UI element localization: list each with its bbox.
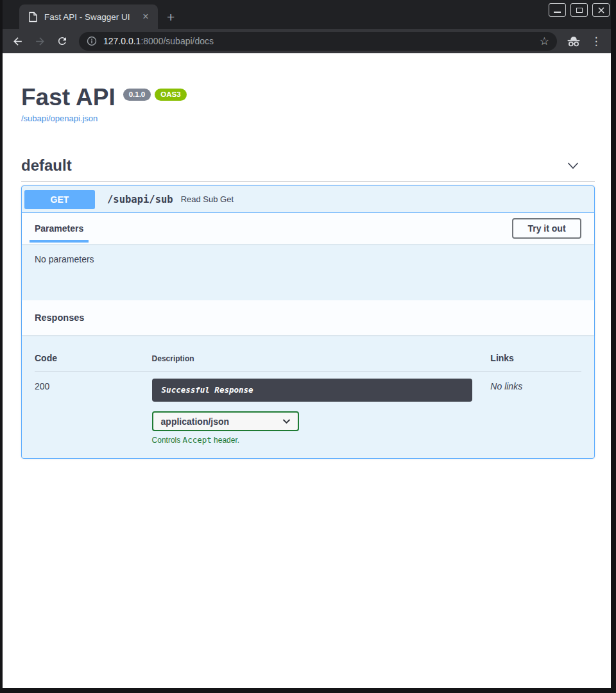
swagger-ui: Fast API 0.1.0 OAS3 /subapi/openapi.json… bbox=[3, 53, 611, 459]
browser-toolbar: 127.0.0.1:8000/subapi/docs ☆ ⋮ bbox=[3, 29, 611, 53]
url-path: :8000/subapi/docs bbox=[141, 36, 214, 46]
accept-header-hint: Controls Accept header. bbox=[152, 435, 491, 445]
tab-close-icon[interactable]: × bbox=[140, 11, 151, 22]
incognito-badge bbox=[565, 33, 582, 49]
tag-name: default bbox=[21, 157, 72, 175]
back-button[interactable] bbox=[9, 33, 26, 49]
tab-title: Fast API - Swagger UI bbox=[44, 12, 140, 22]
hint-accept-code: Accept bbox=[183, 435, 212, 445]
url-text: 127.0.0.1:8000/subapi/docs bbox=[103, 36, 214, 46]
more-vert-icon: ⋮ bbox=[588, 36, 604, 47]
oas3-badge: OAS3 bbox=[155, 89, 186, 101]
hint-suffix: header. bbox=[212, 436, 239, 445]
response-row-200: 200 Successful Response application/json… bbox=[35, 372, 581, 445]
hint-prefix: Controls bbox=[152, 436, 183, 445]
new-tab-button[interactable]: + bbox=[167, 11, 175, 24]
opblock-get-subapi-sub: GET /subapi/sub Read Sub Get Parameters … bbox=[21, 185, 595, 459]
page-content: Fast API 0.1.0 OAS3 /subapi/openapi.json… bbox=[3, 53, 611, 688]
page-title: Fast API bbox=[21, 85, 116, 110]
browser-window: Fast API - Swagger UI × + bbox=[3, 0, 611, 688]
tab-parameters: Parameters bbox=[30, 213, 89, 244]
response-links-cell: No links bbox=[490, 379, 581, 445]
no-parameters-text: No parameters bbox=[35, 254, 94, 264]
browser-tab[interactable]: Fast API - Swagger UI × bbox=[19, 4, 158, 29]
response-code: 200 bbox=[35, 379, 152, 445]
tab-strip: Fast API - Swagger UI × + bbox=[3, 0, 611, 29]
page-favicon-icon bbox=[28, 12, 38, 22]
code-column-header: Code bbox=[35, 353, 152, 363]
response-description-cell: Successful Response application/json Con… bbox=[152, 379, 491, 445]
responses-body: Code Description Links 200 Successful Re… bbox=[22, 335, 594, 458]
http-method-badge: GET bbox=[24, 190, 95, 209]
tag-divider bbox=[21, 181, 595, 182]
forward-button[interactable] bbox=[31, 33, 48, 49]
reload-button[interactable] bbox=[54, 33, 71, 49]
parameters-header: Parameters Try it out bbox=[22, 213, 594, 244]
tag-header[interactable]: default bbox=[21, 157, 595, 175]
api-info: Fast API 0.1.0 OAS3 /subapi/openapi.json bbox=[21, 85, 595, 124]
chevron-down-icon[interactable] bbox=[567, 162, 579, 169]
tag-section-default: default GET /subapi/sub Read Sub Get Par bbox=[21, 157, 595, 459]
media-type-value: application/json bbox=[161, 416, 230, 427]
media-type-select[interactable]: application/json bbox=[152, 411, 299, 431]
close-button[interactable] bbox=[592, 3, 610, 17]
parameters-body: No parameters bbox=[22, 244, 594, 300]
address-bar[interactable]: 127.0.0.1:8000/subapi/docs ☆ bbox=[79, 32, 557, 51]
version-badge: 0.1.0 bbox=[123, 89, 151, 101]
no-links-text: No links bbox=[490, 379, 522, 391]
minimize-button[interactable] bbox=[549, 3, 566, 17]
operation-summary-text: Read Sub Get bbox=[181, 194, 234, 204]
bookmark-star-icon[interactable]: ☆ bbox=[540, 36, 549, 47]
page-info-icon[interactable] bbox=[87, 36, 97, 46]
responses-header: Responses bbox=[22, 300, 594, 335]
reload-icon bbox=[56, 35, 68, 47]
select-chevron-icon bbox=[282, 419, 291, 424]
window-controls bbox=[549, 3, 610, 17]
close-icon bbox=[598, 7, 604, 13]
responses-title: Responses bbox=[30, 312, 84, 323]
menu-button[interactable]: ⋮ bbox=[588, 33, 604, 49]
try-it-out-button[interactable]: Try it out bbox=[512, 218, 581, 239]
forward-icon bbox=[34, 35, 46, 47]
openapi-spec-link[interactable]: /subapi/openapi.json bbox=[21, 114, 98, 123]
back-icon bbox=[12, 35, 24, 47]
description-column-header: Description bbox=[152, 353, 491, 363]
responses-table-header: Code Description Links bbox=[35, 353, 581, 372]
operation-path: /subapi/sub bbox=[107, 194, 173, 205]
parameters-label: Parameters bbox=[35, 223, 83, 234]
response-description: Successful Response bbox=[152, 379, 473, 402]
maximize-button[interactable] bbox=[570, 3, 588, 17]
operation-summary[interactable]: GET /subapi/sub Read Sub Get bbox=[22, 186, 594, 213]
url-host: 127.0.0.1 bbox=[103, 36, 141, 46]
links-column-header: Links bbox=[490, 353, 581, 363]
incognito-icon bbox=[566, 36, 581, 47]
